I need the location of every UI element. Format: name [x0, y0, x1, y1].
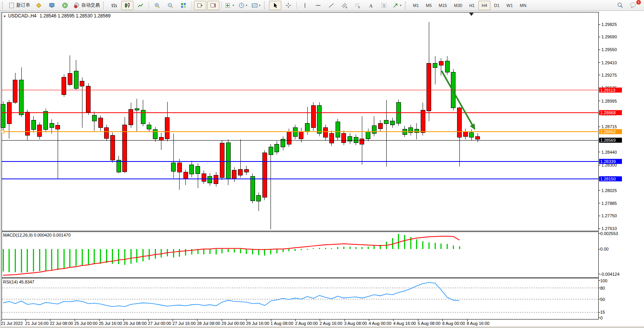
bar-chart-icon — [111, 2, 117, 9]
svg-text:3 Aug 08:00: 3 Aug 08:00 — [344, 321, 367, 326]
tab-timeframe-M1[interactable]: M1 — [410, 1, 422, 10]
cursor-icon — [272, 2, 278, 9]
indicators-button[interactable]: ▼ — [224, 1, 236, 10]
horizontal-line-icon — [315, 2, 321, 9]
candlestick-chart-button[interactable] — [121, 1, 134, 10]
zoom-in-button[interactable] — [151, 1, 163, 10]
arrows-button[interactable]: ▼ — [391, 1, 403, 10]
svg-text:25 Jul 00:00: 25 Jul 00:00 — [74, 321, 98, 326]
auto-trading-icon — [74, 2, 80, 9]
zoom-in-icon — [154, 2, 160, 9]
tab-timeframe-D1[interactable]: D1 — [491, 1, 503, 10]
svg-text:0.00: 0.00 — [600, 247, 608, 251]
toolbar-separator — [221, 2, 222, 9]
chart-area[interactable]: 1.298251.296901.295501.294101.292751.291… — [0, 0, 644, 328]
svg-text:21 Jul 2022: 21 Jul 2022 — [1, 321, 23, 326]
chevron-down-icon: ▼ — [259, 4, 261, 7]
svg-text:1.28569: 1.28569 — [600, 138, 616, 143]
tab-timeframe-W1[interactable]: W1 — [504, 1, 516, 10]
tab-timeframe-MN[interactable]: MN — [517, 1, 529, 10]
line-chart-button[interactable] — [134, 1, 147, 10]
templates-button[interactable]: ▼ — [250, 1, 262, 10]
chart-title: ▼USDCAD-,H41.28546 1.28595 1.28530 1.285… — [3, 13, 111, 19]
auto-trading-button[interactable]: 自动交易 — [72, 1, 101, 10]
svg-text:1.28440: 1.28440 — [601, 150, 617, 155]
vertical-line-icon — [302, 2, 308, 9]
svg-text:T: T — [383, 3, 385, 7]
svg-text:8 Aug 16:00: 8 Aug 16:00 — [467, 321, 490, 326]
market-watch-button[interactable] — [33, 1, 45, 10]
sounds-button[interactable] — [59, 1, 71, 10]
toolbar-drag-handle[interactable] — [264, 2, 267, 9]
text-a-icon: A — [368, 2, 374, 9]
notifications-button[interactable]: 1 — [627, 1, 639, 10]
toolbar-drag-handle[interactable] — [2, 2, 5, 9]
search-icon — [617, 2, 623, 9]
chevron-down-icon: ▼ — [245, 4, 248, 7]
timeframe-group: M1M5M15M30H1H4D1W1MN — [409, 1, 530, 10]
chart-shift-button[interactable] — [207, 1, 219, 10]
text-button[interactable]: A — [365, 1, 377, 10]
line-chart-icon — [137, 2, 144, 9]
equidistant-channel-button[interactable]: E — [338, 1, 351, 10]
svg-text:100: 100 — [600, 278, 607, 283]
svg-text:4 Aug 16:00: 4 Aug 16:00 — [393, 321, 416, 326]
svg-text:1.27610: 1.27610 — [601, 226, 617, 231]
svg-text:8 Aug 00:00: 8 Aug 00:00 — [442, 321, 465, 326]
search-button[interactable] — [614, 1, 626, 10]
zoom-out-button[interactable] — [164, 1, 176, 10]
chevron-down-icon: ▼ — [399, 4, 402, 7]
chevron-down-icon: ▼ — [232, 4, 235, 7]
svg-text:26 Jul 08:00: 26 Jul 08:00 — [123, 321, 147, 326]
crosshair-icon — [285, 2, 291, 9]
svg-text:1.28339: 1.28339 — [600, 159, 616, 164]
tab-timeframe-M5[interactable]: M5 — [423, 1, 435, 10]
svg-text:29 Jul 00:00: 29 Jul 00:00 — [221, 321, 245, 326]
svg-text:27 Jul 00:00: 27 Jul 00:00 — [148, 321, 171, 326]
main-toolbar: 新订单 自动交易 ▼ ▼ — [0, 0, 644, 11]
toolbar-drag-handle[interactable] — [103, 2, 106, 9]
toolbar-drag-handle[interactable] — [405, 2, 408, 9]
new-order-button[interactable]: 新订单 — [7, 1, 32, 10]
svg-text:-0.004124: -0.004124 — [600, 272, 620, 276]
tab-timeframe-H1[interactable]: H1 — [466, 1, 478, 10]
tab-timeframe-H4[interactable]: H4 — [478, 1, 490, 10]
horizontal-line-button[interactable] — [312, 1, 324, 10]
svg-text:E: E — [346, 6, 347, 9]
trendline-button[interactable] — [325, 1, 337, 10]
new-order-icon — [9, 2, 15, 9]
auto-scroll-button[interactable] — [194, 1, 206, 10]
svg-text:28 Jul 08:00: 28 Jul 08:00 — [197, 321, 220, 326]
tab-timeframe-M30[interactable]: M30 — [451, 1, 465, 10]
new-order-label: 新订单 — [16, 2, 30, 9]
line-selection-handle[interactable] — [2, 130, 4, 133]
svg-text:1.27885: 1.27885 — [601, 201, 617, 206]
svg-text:50: 50 — [600, 297, 605, 302]
macd-name: MACD(12,26,9) — [3, 233, 33, 237]
cursor-button[interactable] — [269, 1, 281, 10]
svg-text:1.28995: 1.28995 — [601, 99, 617, 103]
svg-text:1 Aug 08:00: 1 Aug 08:00 — [271, 321, 293, 326]
tab-timeframe-M15[interactable]: M15 — [436, 1, 450, 10]
symbol-dropdown-icon[interactable]: ▼ — [3, 15, 6, 18]
tile-windows-button[interactable] — [177, 1, 190, 10]
depth-of-market-button[interactable] — [46, 1, 58, 10]
svg-text:21 Jul 16:00: 21 Jul 16:00 — [25, 321, 48, 326]
periods-button[interactable]: ▼ — [237, 1, 249, 10]
toolbar-separator — [296, 2, 297, 9]
auto-trading-label: 自动交易 — [81, 2, 100, 9]
crosshair-button[interactable] — [282, 1, 295, 10]
chart-shift-icon — [210, 2, 216, 9]
vertical-line-button[interactable] — [299, 1, 311, 10]
svg-text:0: 0 — [600, 316, 603, 320]
text-label-button[interactable]: T — [378, 1, 390, 10]
indicators-icon — [225, 2, 231, 9]
fibonacci-button[interactable]: F — [351, 1, 364, 10]
ohlc-values: 1.28546 1.28595 1.28530 1.28569 — [39, 13, 111, 19]
svg-text:2 Aug 00:00: 2 Aug 00:00 — [295, 321, 318, 326]
channel-icon: E — [341, 2, 348, 9]
sound-icon — [62, 2, 68, 9]
bar-chart-button[interactable] — [108, 1, 120, 10]
clock-icon — [238, 2, 245, 9]
chart-canvas[interactable]: 1.298251.296901.295501.294101.292751.291… — [0, 0, 644, 328]
